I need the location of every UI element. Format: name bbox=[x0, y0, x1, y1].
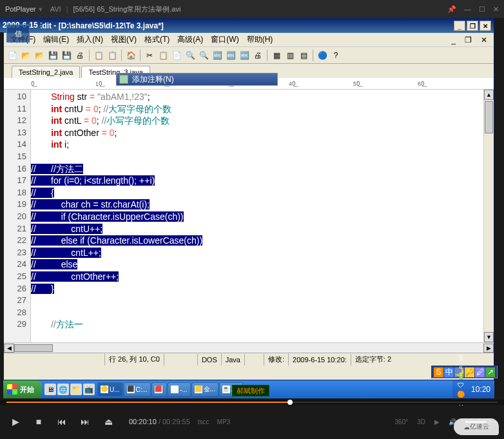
toolbar-button-23[interactable]: ▥ bbox=[284, 50, 296, 61]
doc-minimize-button[interactable]: _ bbox=[447, 34, 460, 46]
doc-restore-button[interactable]: ❐ bbox=[461, 34, 476, 46]
quicklaunch-3[interactable]: 📺 bbox=[83, 384, 95, 395]
ime-icon-5[interactable]: ↗ bbox=[485, 367, 495, 377]
hscroll-thumb[interactable] bbox=[14, 344, 53, 352]
close-icon[interactable]: ✕ bbox=[493, 5, 499, 14]
toolbar-button-22[interactable]: ▦ bbox=[271, 50, 282, 61]
tray-icon-1[interactable]: « bbox=[456, 362, 465, 371]
toolbar-button-17[interactable]: 🔤 bbox=[211, 50, 223, 61]
stop-button[interactable]: ■ bbox=[30, 413, 48, 431]
system-tray: S«🔋🛡🟠K🔊👁 10:20 bbox=[452, 380, 494, 398]
toolbar-button-16[interactable]: 🔍 bbox=[198, 50, 209, 61]
menu-edit[interactable]: 编辑(E) bbox=[39, 33, 73, 46]
ue-minimize-button[interactable]: _ bbox=[454, 21, 465, 31]
task-button-2[interactable]: 🟥 bbox=[151, 382, 167, 396]
menu-insert[interactable]: 插入(N) bbox=[73, 33, 107, 46]
scroll-thumb[interactable] bbox=[485, 101, 493, 133]
toolbar-button-19[interactable]: 🔤 bbox=[238, 50, 250, 61]
time-duration: 00:29:55 bbox=[162, 418, 190, 425]
next-button[interactable]: ⏭ bbox=[76, 413, 94, 431]
tray-icon-2[interactable]: 🔋 bbox=[456, 371, 465, 380]
toolbar-button-5[interactable]: 🖨 bbox=[74, 50, 86, 61]
clock: 10:20 bbox=[471, 385, 490, 394]
menu-view[interactable]: 视图(V) bbox=[107, 33, 141, 46]
tray-icon-4[interactable]: 🟠 bbox=[456, 389, 465, 398]
ime-icon-0[interactable]: S bbox=[434, 367, 443, 377]
scroll-down-icon[interactable]: ▼ bbox=[484, 332, 494, 342]
menu-format[interactable]: 格式(T) bbox=[141, 33, 173, 46]
toolbar-button-18[interactable]: 🔤 bbox=[225, 50, 237, 61]
toolbar-button-26[interactable]: 🔵 bbox=[316, 50, 328, 61]
toolbar-button-8[interactable]: 📋 bbox=[106, 50, 118, 61]
ultraedit-menu-bar: 文件(F) 编辑(E) 插入(N) 视图(V) 格式(T) 高级(A) 窗口(W… bbox=[4, 33, 494, 47]
video-codec: tscc bbox=[198, 418, 209, 425]
deg-label[interactable]: 360° bbox=[395, 418, 409, 425]
code-editor[interactable]: 1011121314151617181920212223242526272829… bbox=[4, 90, 494, 342]
toolbar-button-12[interactable]: ✂ bbox=[144, 50, 155, 61]
maximize-icon[interactable]: ☐ bbox=[479, 5, 485, 14]
code-area[interactable]: String str = "abAM1,!23"; int cntU = 0; … bbox=[31, 90, 494, 342]
doc-close-button[interactable]: ✕ bbox=[477, 34, 491, 46]
scroll-up-icon[interactable]: ▲ bbox=[484, 90, 494, 100]
file-format-label: AVI bbox=[50, 5, 61, 13]
task-button-4[interactable]: 🟨金... bbox=[191, 382, 218, 396]
toolbar-button-0[interactable]: 📄 bbox=[6, 50, 18, 61]
live-icon[interactable]: ▶ bbox=[434, 418, 440, 425]
context-menu-add-comment[interactable]: 添加注释(N) bbox=[116, 73, 278, 86]
toolbar-button-24[interactable]: ▤ bbox=[298, 50, 309, 61]
toolbar-button-15[interactable]: 🔍 bbox=[184, 50, 196, 61]
ime-icon-4[interactable]: 🖊 bbox=[475, 367, 485, 377]
toolbar-button-20[interactable]: 🖨 bbox=[252, 50, 264, 61]
task-button-3[interactable]: 2-... bbox=[168, 382, 191, 396]
toolbar-button-3[interactable]: 💾 bbox=[47, 50, 59, 61]
horizontal-scrollbar[interactable]: ◀ ▶ bbox=[4, 342, 494, 353]
quicklaunch-2[interactable]: 📁 bbox=[70, 384, 82, 395]
playback-progress[interactable] bbox=[0, 400, 504, 405]
potplayer-dropdown-icon[interactable]: ▾ bbox=[39, 5, 43, 14]
tray-icon-0[interactable]: S bbox=[456, 353, 465, 362]
ultraedit-title-text: UltraEdit - [D:\share\S5\di-12\Te 3.java… bbox=[19, 21, 454, 30]
video-title: [56/56] 65_String常用方法举例.avi bbox=[73, 5, 180, 14]
toolbar-button-27[interactable]: ? bbox=[330, 50, 342, 61]
threed-label[interactable]: 3D bbox=[417, 418, 425, 425]
status-modified-time: 2009-6-15 10:20: bbox=[288, 354, 351, 366]
progress-knob[interactable] bbox=[287, 400, 293, 405]
toolbar-button-4[interactable]: 💾 bbox=[61, 50, 72, 61]
windows-flag-icon bbox=[7, 384, 17, 395]
start-button[interactable]: 开始 bbox=[3, 380, 42, 398]
menu-window[interactable]: 窗口(W) bbox=[207, 33, 242, 46]
toolbar-button-13[interactable]: 📋 bbox=[157, 50, 169, 61]
minimize-icon[interactable]: — bbox=[464, 5, 471, 14]
ue-close-button[interactable]: ✕ bbox=[480, 21, 491, 31]
pin-icon[interactable]: 📌 bbox=[447, 5, 456, 14]
toolbar-button-1[interactable]: 📂 bbox=[20, 50, 32, 61]
status-encoding: DOS bbox=[197, 354, 221, 366]
ultraedit-title-bar[interactable]: UltraEdit - [D:\share\S5\di-12\Te 3.java… bbox=[4, 19, 494, 33]
prev-button[interactable]: ⏮ bbox=[53, 413, 71, 431]
eject-button[interactable]: ⏏ bbox=[99, 413, 117, 431]
quicklaunch-0[interactable]: 🖥 bbox=[44, 384, 56, 395]
toolbar-button-7[interactable]: 📋 bbox=[93, 50, 104, 61]
tab-teststring-2[interactable]: TestString_2.java bbox=[12, 66, 80, 78]
toolbar-button-14[interactable]: 📄 bbox=[171, 50, 182, 61]
ruler-mark: 60͟ bbox=[418, 81, 425, 87]
menu-advanced[interactable]: 高级(A) bbox=[173, 33, 207, 46]
toolbar-button-2[interactable]: 📂 bbox=[34, 50, 45, 61]
ultraedit-status-bar: 行 26, 列 10, C0 DOS Java 修改: 2009-6-15 10… bbox=[4, 353, 494, 366]
ue-restore-button[interactable]: ❐ bbox=[467, 21, 478, 31]
ime-icon-1[interactable]: 中 bbox=[444, 367, 454, 377]
start-label: 开始 bbox=[20, 385, 34, 395]
ruler-mark: 10͟ bbox=[95, 81, 102, 87]
task-button-0[interactable]: 🟡U... bbox=[97, 382, 123, 396]
menu-help[interactable]: 帮助(H) bbox=[243, 33, 277, 46]
tray-icon-3[interactable]: 🛡 bbox=[456, 380, 465, 389]
ruler-mark: 40͟ bbox=[289, 81, 296, 87]
play-button[interactable]: ▶ bbox=[6, 413, 24, 431]
scroll-left-icon[interactable]: ◀ bbox=[4, 344, 14, 353]
scroll-right-icon[interactable]: ▶ bbox=[483, 344, 494, 353]
audio-codec: MP3 bbox=[217, 418, 231, 425]
quicklaunch-1[interactable]: 🌐 bbox=[57, 384, 69, 395]
toolbar-button-10[interactable]: 🏠 bbox=[125, 50, 137, 61]
task-button-1[interactable]: ⬛C:... bbox=[124, 382, 151, 396]
vertical-scrollbar[interactable]: ▲ ▼ bbox=[483, 90, 494, 342]
